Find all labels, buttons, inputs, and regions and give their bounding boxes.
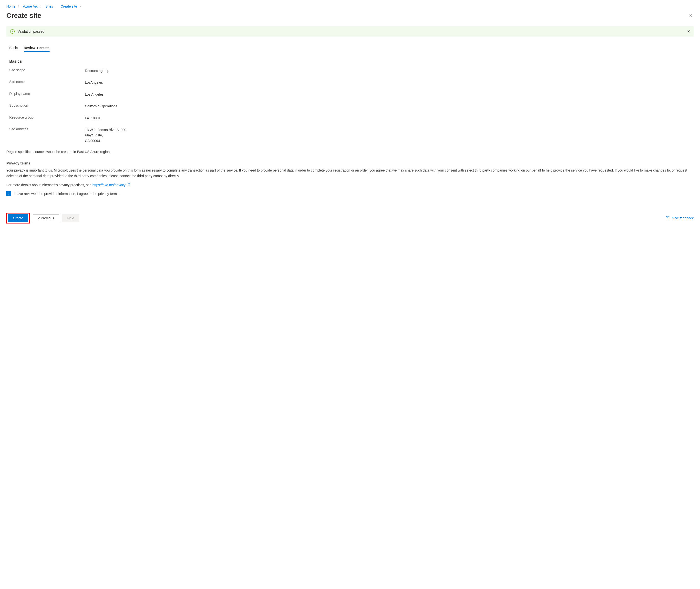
chevron-right-icon: 〉 <box>18 5 20 8</box>
value-site-address: 13 W Jefferson Blvd St 200, Playa Vista,… <box>85 127 127 144</box>
tabs: Basics Review + create <box>6 44 694 52</box>
row-site-address: Site address 13 W Jefferson Blvd St 200,… <box>6 127 694 144</box>
footer: Create < Previous Next Give feedback <box>0 209 700 227</box>
value-site-scope: Resource group <box>85 68 109 73</box>
label-display-name: Display name <box>9 92 85 97</box>
tab-basics[interactable]: Basics <box>9 44 19 52</box>
breadcrumb-azure-arc[interactable]: Azure Arc <box>23 4 38 8</box>
close-icon[interactable]: ✕ <box>688 12 694 19</box>
create-button-highlight: Create <box>6 213 30 223</box>
privacy-body: Your privacy is important to us. Microso… <box>6 168 694 179</box>
next-button: Next <box>62 214 79 222</box>
external-link-icon <box>127 183 131 187</box>
privacy-link-row: For more details about Microsoft's priva… <box>6 183 694 187</box>
svg-point-0 <box>666 216 668 217</box>
chevron-right-icon: 〉 <box>79 5 82 8</box>
privacy-checkbox[interactable]: ✓ <box>6 191 11 196</box>
tab-review-create[interactable]: Review + create <box>24 44 49 52</box>
privacy-heading: Privacy terms <box>6 161 694 165</box>
give-feedback-link[interactable]: Give feedback <box>666 215 694 221</box>
privacy-link[interactable]: https://aka.ms/privacy <box>93 183 126 187</box>
validation-text: Validation passed <box>18 29 44 33</box>
row-site-scope: Site scope Resource group <box>6 68 694 73</box>
privacy-link-prefix: For more details about Microsoft's priva… <box>6 183 93 187</box>
feedback-icon <box>666 215 670 221</box>
give-feedback-label: Give feedback <box>672 216 694 220</box>
row-resource-group: Resource group LA_10001 <box>6 116 694 121</box>
value-resource-group: LA_10001 <box>85 116 101 121</box>
region-note: Region specific resources would be creat… <box>6 150 694 154</box>
banner-close-icon[interactable]: ✕ <box>687 29 690 34</box>
label-subscription: Subscription <box>9 104 85 109</box>
privacy-checkbox-label: I have reviewed the provided information… <box>14 192 119 196</box>
create-button[interactable]: Create <box>8 214 28 222</box>
breadcrumb-home[interactable]: Home <box>6 4 15 8</box>
chevron-right-icon: 〉 <box>55 5 58 8</box>
page-title: Create site <box>6 12 41 19</box>
value-site-name: LosAngeles <box>85 80 103 85</box>
label-site-name: Site name <box>9 80 85 85</box>
row-display-name: Display name Los Angeles <box>6 92 694 97</box>
row-site-name: Site name LosAngeles <box>6 80 694 85</box>
validation-banner: ✓ Validation passed ✕ <box>6 26 694 37</box>
value-subscription: California-Operations <box>85 104 117 109</box>
previous-button[interactable]: < Previous <box>33 214 59 222</box>
breadcrumb-sites[interactable]: Sites <box>45 4 53 8</box>
label-site-address: Site address <box>9 127 85 144</box>
value-display-name: Los Angeles <box>85 92 104 97</box>
label-resource-group: Resource group <box>9 116 85 121</box>
row-subscription: Subscription California-Operations <box>6 104 694 109</box>
breadcrumb: Home 〉 Azure Arc 〉 Sites 〉 Create site 〉 <box>6 4 694 8</box>
label-site-scope: Site scope <box>9 68 85 73</box>
chevron-right-icon: 〉 <box>40 5 43 8</box>
basics-heading: Basics <box>6 59 694 64</box>
breadcrumb-create-site[interactable]: Create site <box>60 4 77 8</box>
privacy-checkbox-row: ✓ I have reviewed the provided informati… <box>6 191 694 196</box>
check-circle-icon: ✓ <box>10 29 15 34</box>
